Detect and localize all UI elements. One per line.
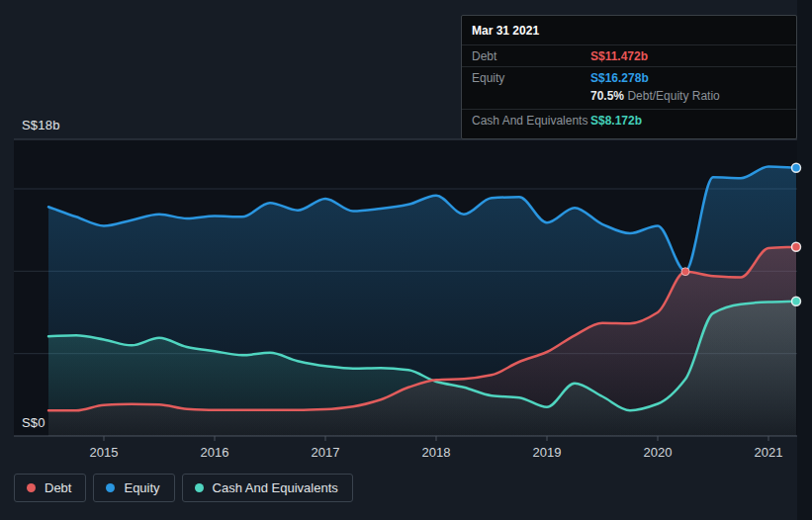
- y-axis-top-label: S$18b: [22, 119, 60, 132]
- legend-item-cash[interactable]: Cash And Equivalents: [182, 474, 353, 502]
- chart-panel: 2015201620172018201920202021 S$18b S$0 M…: [0, 0, 812, 520]
- debt-end-marker: [792, 242, 801, 251]
- tooltip-debt-equity-ratio: 70.5% Debt/Equity Ratio: [462, 88, 796, 109]
- tooltip-ratio-label: Debt/Equity Ratio: [627, 89, 719, 103]
- debt-highlight-marker: [681, 268, 689, 276]
- tooltip-ratio-value: 70.5%: [590, 89, 624, 103]
- tooltip-cash-label: Cash And Equivalents: [472, 114, 590, 128]
- legend-debt-label: Debt: [45, 480, 71, 495]
- x-axis-label-2017: 2017: [312, 445, 340, 460]
- y-axis-bottom-label: S$0: [22, 416, 45, 430]
- x-axis-label-2021: 2021: [755, 445, 783, 460]
- legend-item-equity[interactable]: Equity: [93, 474, 174, 502]
- tooltip-debt-label: Debt: [472, 49, 590, 63]
- tooltip-debt-value: S$11.472b: [590, 49, 648, 63]
- tooltip-date: Mar 31 2021: [462, 23, 796, 44]
- x-axis-label-2018: 2018: [422, 445, 451, 460]
- x-axis-label-2016: 2016: [201, 445, 229, 460]
- tooltip-equity-value: S$16.278b: [590, 71, 649, 85]
- cash-and-equivalents-end-marker: [792, 297, 801, 305]
- x-axis-label-2020: 2020: [644, 445, 673, 460]
- equity-end-marker: [792, 163, 801, 172]
- right-margin-strip: [797, 0, 812, 520]
- tooltip-cash-row: Cash And Equivalents S$8.172b: [462, 109, 796, 130]
- debt-legend-dot-icon: [27, 483, 36, 492]
- chart-tooltip: Mar 31 2021 Debt S$11.472b Equity S$16.2…: [461, 15, 797, 139]
- tooltip-equity-label: Equity: [472, 71, 590, 85]
- legend-cash-label: Cash And Equivalents: [213, 480, 338, 495]
- tooltip-equity-row: Equity S$16.278b: [462, 66, 796, 88]
- x-axis-label-2019: 2019: [533, 445, 562, 460]
- tooltip-debt-row: Debt S$11.472b: [462, 44, 796, 66]
- chart-legend: Debt Equity Cash And Equivalents: [14, 474, 353, 502]
- legend-item-debt[interactable]: Debt: [14, 474, 86, 502]
- legend-equity-label: Equity: [124, 480, 159, 495]
- cash-legend-dot-icon: [195, 483, 204, 492]
- equity-legend-dot-icon: [106, 483, 115, 492]
- tooltip-cash-value: S$8.172b: [590, 114, 642, 128]
- x-axis-label-2015: 2015: [90, 445, 119, 460]
